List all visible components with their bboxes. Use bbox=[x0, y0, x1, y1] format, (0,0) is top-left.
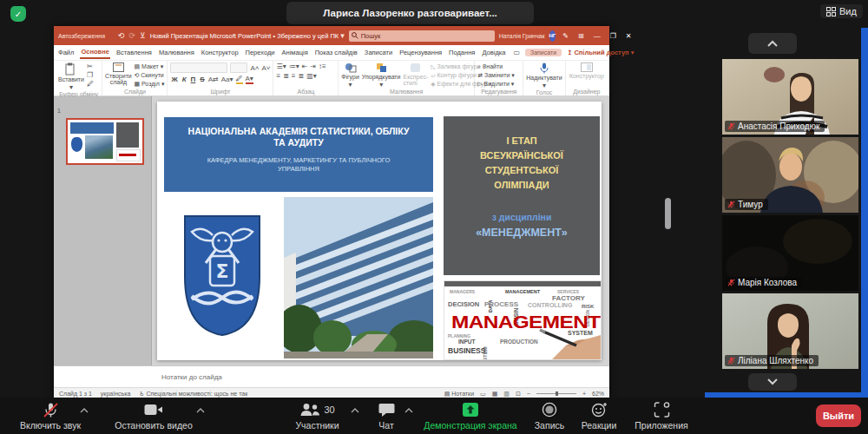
title-dropdown-icon[interactable]: ▾ bbox=[340, 31, 345, 40]
audio-options-chevron[interactable] bbox=[80, 404, 89, 415]
slide-right-box[interactable]: І ЕТАП ВСЕУКРАЇНСЬКОЇ СТУДЕНТСЬКОЇ ОЛІМП… bbox=[444, 116, 600, 275]
tab-draw[interactable]: Малювання bbox=[158, 47, 195, 58]
accessibility-status[interactable]: ♿ Спеціальні можливості: щось не так bbox=[139, 391, 247, 398]
gallery-scroll-down-button[interactable] bbox=[748, 373, 797, 391]
tab-review[interactable]: Рецензування bbox=[398, 47, 443, 58]
video-tile-mariia[interactable]: Марія Козлова bbox=[722, 215, 858, 291]
arrange-button[interactable]: Упорядкувати▾ bbox=[362, 62, 401, 89]
close-button[interactable]: ✕ bbox=[623, 32, 635, 40]
underline-button[interactable]: П bbox=[190, 76, 197, 83]
slide-title-box[interactable]: НАЦІОНАЛЬНА АКАДЕМІЯ СТАТИСТИКИ, ОБЛІКУ … bbox=[164, 117, 433, 192]
dictate-button[interactable]: Надиктувати▾ bbox=[526, 62, 562, 89]
justify-icon[interactable]: ≣ bbox=[299, 72, 305, 80]
video-tile-liliana[interactable]: Ліліана Шляхтенко bbox=[722, 293, 858, 369]
comments-icon[interactable]: ▭ bbox=[513, 49, 520, 56]
align-left-icon[interactable]: ≡ bbox=[276, 72, 280, 80]
tab-design[interactable]: Конструктор bbox=[201, 47, 240, 58]
strikethrough-button[interactable]: S bbox=[199, 76, 205, 83]
zoom-percentage[interactable]: 62% bbox=[592, 391, 604, 397]
font-size-combobox[interactable] bbox=[230, 62, 247, 73]
tab-help[interactable]: Довідка bbox=[481, 47, 506, 58]
tab-home[interactable]: Основне bbox=[80, 46, 109, 59]
layout-button[interactable]: ▤ Макет ▾ bbox=[134, 62, 164, 70]
tab-transitions[interactable]: Переходи bbox=[245, 47, 276, 58]
grow-font-icon[interactable]: A˄ bbox=[250, 64, 259, 72]
normal-view-icon[interactable]: ▭ bbox=[480, 391, 486, 398]
designer-button[interactable]: Конструктор bbox=[569, 62, 605, 79]
minimize-button[interactable]: — bbox=[591, 32, 603, 40]
record-button[interactable]: Записати bbox=[525, 49, 562, 56]
notes-toggle-button[interactable]: ▤ Нотатки bbox=[444, 391, 474, 398]
new-slide-button[interactable]: Створити слайд bbox=[105, 62, 131, 85]
leave-meeting-button[interactable]: Выйти bbox=[816, 404, 861, 427]
zoom-in-button[interactable]: + bbox=[582, 391, 586, 397]
video-options-chevron[interactable] bbox=[196, 404, 205, 415]
restore-button[interactable]: ❐ bbox=[608, 32, 619, 40]
view-button[interactable]: Вид bbox=[820, 4, 863, 18]
tab-record[interactable]: Записати bbox=[364, 47, 393, 58]
video-tile-anastasiia[interactable]: Анастасія Приходюк bbox=[722, 59, 858, 135]
share-screen-button[interactable]: Демонстрация экрана bbox=[418, 400, 523, 431]
tab-file[interactable]: Файл bbox=[57, 47, 75, 58]
find-button[interactable]: ⌕ Знайти bbox=[477, 62, 520, 70]
video-tile-tymur[interactable]: Тимур bbox=[722, 137, 858, 213]
font-color-icon[interactable]: A▾ bbox=[246, 75, 253, 84]
participants-options-chevron[interactable] bbox=[351, 404, 359, 415]
columns-icon[interactable]: ▥▾ bbox=[306, 72, 317, 80]
notes-pane[interactable]: Нотатки до слайда bbox=[54, 365, 609, 387]
slide-thumbnail[interactable] bbox=[66, 118, 144, 165]
redo-icon[interactable]: ⟳ bbox=[128, 31, 135, 40]
reset-button[interactable]: ⟲ Скинути bbox=[134, 71, 164, 79]
pen-icon[interactable]: ✎ bbox=[560, 32, 571, 40]
tab-slideshow[interactable]: Показ слайдів bbox=[314, 47, 358, 58]
tab-insert[interactable]: Вставлення bbox=[115, 47, 153, 58]
format-painter-icon[interactable]: 🖉 bbox=[87, 80, 94, 88]
indent-increase-icon[interactable]: ⇥ bbox=[310, 62, 316, 70]
font-name-combobox[interactable] bbox=[170, 62, 227, 73]
indent-decrease-icon[interactable]: ⇤ bbox=[302, 62, 308, 70]
account-name[interactable]: Наталія Гринчак bbox=[499, 33, 545, 39]
apps-button[interactable]: Приложения bbox=[627, 400, 696, 431]
align-right-icon[interactable]: ≡ bbox=[292, 72, 296, 80]
scroll-handle[interactable] bbox=[665, 198, 671, 229]
zoom-out-button[interactable]: − bbox=[527, 391, 530, 397]
share-button[interactable]: ↥ Спільний доступ ▾ bbox=[567, 49, 634, 56]
unmute-button[interactable]: Включить звук bbox=[7, 400, 94, 431]
reading-view-icon[interactable]: ▥ bbox=[503, 391, 510, 398]
reactions-button[interactable]: Реакции bbox=[575, 400, 623, 431]
italic-button[interactable]: К bbox=[181, 76, 187, 83]
highlight-color-icon[interactable]: 🖉 bbox=[236, 75, 243, 84]
search-input[interactable] bbox=[349, 30, 495, 42]
chat-options-chevron[interactable] bbox=[404, 404, 413, 415]
slide[interactable]: НАЦІОНАЛЬНА АКАДЕМІЯ СТАТИСТИКИ, ОБЛІКУ … bbox=[157, 102, 602, 360]
undo-icon[interactable]: ⟲ bbox=[118, 31, 125, 40]
slideshow-from-start-icon[interactable]: ⊻ bbox=[140, 31, 146, 40]
ribbon-options-icon[interactable]: ⊞ bbox=[575, 32, 587, 40]
cut-icon[interactable]: ✂ bbox=[87, 62, 94, 70]
replace-button[interactable]: ⇄ Замінити ▾ bbox=[477, 71, 520, 79]
shrink-font-icon[interactable]: A˅ bbox=[261, 64, 270, 72]
bullets-icon[interactable]: ☰▾ bbox=[276, 62, 286, 70]
character-spacing-icon[interactable]: A⇄ bbox=[208, 76, 219, 83]
zoom-slider[interactable] bbox=[536, 393, 576, 394]
account-avatar[interactable]: НГ bbox=[549, 30, 556, 42]
slide-sorter-view-icon[interactable]: ▦ bbox=[492, 391, 498, 398]
section-button[interactable]: ▦ Розділ ▾ bbox=[134, 80, 164, 88]
change-case-icon[interactable]: Aa▾ bbox=[221, 76, 233, 83]
copy-icon[interactable]: ❐ bbox=[87, 71, 94, 79]
numbering-icon[interactable]: ≔▾ bbox=[289, 62, 299, 70]
tab-animations[interactable]: Анімація bbox=[281, 47, 309, 58]
record-button[interactable]: Запись bbox=[528, 400, 571, 431]
chat-button[interactable]: Чат bbox=[365, 400, 408, 431]
select-button[interactable]: ▷ Виділити ▾ bbox=[477, 80, 520, 88]
shapes-button[interactable]: Фігури▾ bbox=[341, 62, 359, 89]
bold-button[interactable]: Ж bbox=[170, 76, 178, 83]
gallery-scroll-up-button[interactable] bbox=[748, 33, 797, 54]
participants-button[interactable]: 30 Участники bbox=[276, 400, 358, 431]
line-spacing-icon[interactable]: ↕≡ bbox=[319, 62, 326, 70]
slideshow-view-icon[interactable]: ⊡ bbox=[516, 391, 521, 398]
align-center-icon[interactable]: ≣ bbox=[283, 72, 289, 80]
paste-button[interactable]: Вставити ▾ bbox=[58, 62, 84, 91]
language-indicator[interactable]: українська bbox=[101, 391, 130, 397]
stop-video-button[interactable]: Остановить видео bbox=[102, 400, 205, 431]
